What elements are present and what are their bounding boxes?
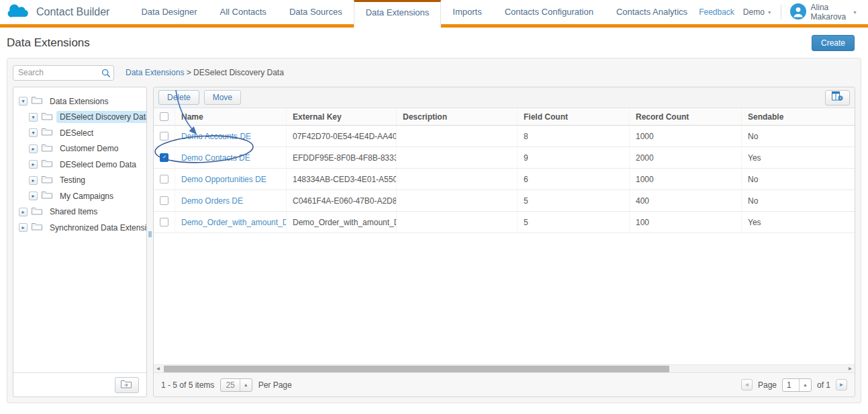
- folder-label: Synchronized Data Extensions: [46, 222, 146, 234]
- expand-toggle-icon[interactable]: ▸: [19, 223, 28, 232]
- sendable-cell: Yes: [742, 147, 855, 168]
- page-header: Data Extensions Create: [0, 28, 868, 58]
- scrollbar-track[interactable]: [162, 366, 846, 372]
- env-dropdown[interactable]: Demo ▼: [743, 7, 772, 17]
- spinner-up-icon: ▲: [799, 379, 811, 391]
- table-body: Demo Accounts DE07F42D70-0E54-4E4D-AA40-…: [154, 126, 855, 233]
- expand-toggle-icon[interactable]: ▸: [29, 160, 38, 169]
- search-input[interactable]: [13, 65, 114, 81]
- folder-sidebar: ▾Data Extensions▾DESelect Discovery Data…: [13, 87, 147, 397]
- external-key-cell: EFDDF95E-8F0B-4F8B-8333-E4401...: [287, 147, 397, 168]
- collapse-toggle-icon[interactable]: ▾: [29, 113, 38, 122]
- record-count-cell: 1000: [630, 126, 742, 147]
- page-next-button[interactable]: ►: [836, 379, 847, 390]
- panel-splitter[interactable]: [147, 87, 153, 397]
- sidebar-item-synchronized-data-extensions[interactable]: ▸Synchronized Data Extensions: [16, 220, 144, 236]
- select-all-checkbox[interactable]: [160, 112, 168, 121]
- search-icon[interactable]: [101, 69, 111, 80]
- page-prev-button[interactable]: ◄: [741, 379, 753, 390]
- sendable-cell: No: [742, 190, 855, 211]
- data-extension-link[interactable]: Demo Accounts DE: [181, 132, 251, 141]
- column-header-name[interactable]: Name: [175, 108, 287, 125]
- sidebar-item-shared-items[interactable]: ▸Shared Items: [16, 204, 144, 220]
- tab-all-contacts[interactable]: All Contacts: [209, 0, 278, 24]
- collapse-toggle-icon[interactable]: ▾: [19, 97, 28, 106]
- name-cell: Demo_Order_with_amount_DE: [175, 212, 287, 233]
- data-extensions-table-panel: Delete Move: [153, 87, 855, 397]
- column-settings-button[interactable]: [825, 90, 850, 106]
- splitter-handle-icon[interactable]: [148, 231, 152, 237]
- data-extension-link[interactable]: Demo_Order_with_amount_DE: [181, 218, 287, 227]
- delete-button[interactable]: Delete: [158, 90, 199, 105]
- column-header-description[interactable]: Description: [397, 108, 518, 125]
- sidebar-item-my-campaigns[interactable]: ▸My Campaigns: [16, 188, 144, 204]
- row-checkbox[interactable]: [160, 132, 168, 140]
- per-page-label: Per Page: [258, 380, 292, 390]
- sendable-cell: No: [742, 169, 855, 190]
- new-folder-icon: [121, 380, 133, 390]
- user-menu[interactable]: Alina Makarova ▼: [790, 3, 857, 22]
- data-extension-link[interactable]: Demo Contacts DE: [181, 153, 250, 163]
- field-count-cell: 5: [518, 190, 630, 211]
- app-title: Contact Builder: [36, 6, 109, 18]
- collapse-toggle-icon[interactable]: ▾: [29, 128, 38, 137]
- column-header-record-count[interactable]: Record Count: [630, 108, 742, 125]
- tab-data-designer[interactable]: Data Designer: [130, 0, 208, 24]
- field-count-cell: 6: [518, 169, 630, 190]
- table-toolbar: Delete Move: [154, 87, 855, 108]
- expand-toggle-icon[interactable]: ▸: [29, 192, 38, 200]
- sidebar-item-data-extensions[interactable]: ▾Data Extensions: [16, 93, 144, 110]
- record-count-cell: 100: [630, 212, 742, 233]
- expand-toggle-icon[interactable]: ▸: [29, 144, 38, 153]
- table-footer: 1 - 5 of 5 items 25 ▲ Per Page ◄ Page 1 …: [154, 372, 855, 397]
- folder-icon: [32, 207, 42, 217]
- record-count-cell: 1000: [630, 169, 742, 190]
- table-row: Demo Accounts DE07F42D70-0E54-4E4D-AA40-…: [154, 126, 855, 147]
- column-settings-icon: [832, 91, 844, 104]
- description-cell: [397, 212, 518, 233]
- feedback-link[interactable]: Feedback: [699, 7, 734, 17]
- data-extension-link[interactable]: Demo Orders DE: [181, 196, 243, 206]
- tab-imports[interactable]: Imports: [441, 0, 493, 24]
- data-extension-link[interactable]: Demo Opportunities DE: [181, 175, 267, 184]
- scroll-right-icon[interactable]: ►: [846, 365, 855, 373]
- folder-icon: [32, 222, 42, 233]
- record-count-cell: 400: [630, 190, 742, 211]
- folder-label: Testing: [56, 174, 89, 186]
- sidebar-item-deselect[interactable]: ▾DESelect: [16, 125, 144, 141]
- row-checkbox[interactable]: [160, 175, 168, 183]
- scrollbar-thumb[interactable]: [164, 366, 669, 372]
- tab-data-extensions[interactable]: Data Extensions: [354, 0, 442, 28]
- expand-toggle-icon[interactable]: ▸: [29, 176, 38, 185]
- sidebar-item-testing[interactable]: ▸Testing: [16, 173, 144, 189]
- page-number-input[interactable]: 1 ▲: [782, 378, 812, 392]
- new-folder-button[interactable]: [115, 377, 139, 393]
- name-cell: Demo Accounts DE: [175, 126, 287, 147]
- row-checkbox[interactable]: [160, 218, 168, 226]
- breadcrumb-separator: >: [187, 68, 191, 77]
- move-button[interactable]: Move: [204, 90, 241, 105]
- user-name: Alina Makarova: [811, 3, 849, 22]
- row-checkbox[interactable]: ✓: [160, 153, 168, 162]
- sendable-cell: Yes: [742, 212, 855, 233]
- column-header-sendable[interactable]: Sendable: [742, 108, 855, 125]
- record-count-cell: 2000: [630, 147, 742, 168]
- table-row: Demo_Order_with_amount_DEDemo_Order_with…: [154, 212, 855, 233]
- sidebar-item-deselect-discovery-data[interactable]: ▾DESelect Discovery Data: [16, 110, 144, 126]
- column-header-field-count[interactable]: Field Count: [518, 108, 630, 125]
- create-button[interactable]: Create: [812, 35, 855, 51]
- tab-data-sources[interactable]: Data Sources: [278, 0, 354, 24]
- page-label: Page: [758, 380, 777, 390]
- scroll-left-icon[interactable]: ◄: [154, 365, 162, 373]
- breadcrumb-link[interactable]: Data Extensions: [126, 68, 184, 77]
- per-page-select[interactable]: 25 ▲: [220, 378, 252, 392]
- expand-toggle-icon[interactable]: ▸: [19, 208, 28, 216]
- sidebar-item-customer-demo[interactable]: ▸Customer Demo: [16, 141, 144, 157]
- top-nav: Contact Builder Data DesignerAll Contact…: [0, 0, 868, 28]
- sidebar-item-deselect-demo-data[interactable]: ▸DESelect Demo Data: [16, 157, 144, 173]
- column-header-external-key[interactable]: External Key: [287, 108, 397, 125]
- tab-contacts-analytics[interactable]: Contacts Analytics: [605, 0, 699, 24]
- tab-contacts-configuration[interactable]: Contacts Configuration: [493, 0, 605, 24]
- horizontal-scrollbar[interactable]: ◄ ►: [154, 364, 855, 372]
- row-checkbox[interactable]: [160, 196, 168, 205]
